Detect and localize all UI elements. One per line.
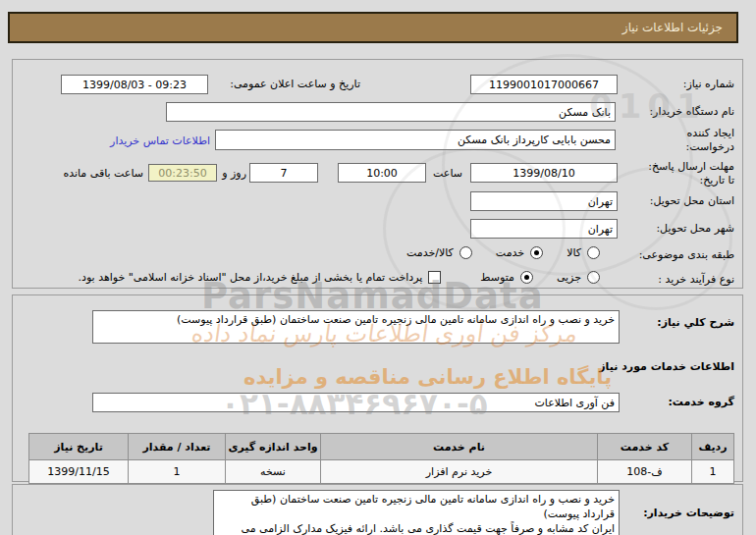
service-group-field[interactable]: فن آوری اطلاعات — [92, 393, 620, 412]
deadline-time-value: 10:00 — [366, 167, 398, 180]
cell-row-number: 1 — [692, 460, 734, 484]
deadline-label-line2: تا تاریخ: — [605, 174, 734, 187]
radio-goods-service-label: کالا/خدمت — [406, 246, 454, 259]
page-title: جزئیات اطلاعات نیاز — [622, 21, 723, 34]
creator-value: محسن بابایی کارپرداز بانک مسکن — [458, 134, 611, 146]
radio-goods-label: کالا — [567, 246, 581, 259]
cell-quantity: 1 — [129, 460, 226, 484]
cell-service-name: خرید نرم افزار — [321, 460, 598, 484]
countdown-value: 00:23:50 — [158, 167, 206, 180]
deadline-days-field[interactable]: 7 — [249, 163, 318, 183]
process-type-label: نوع فرآیند خرید : — [605, 273, 734, 287]
countdown-timer: 00:23:50 — [148, 164, 217, 182]
services-table-header-row: ردیف کد خدمت نام خدمت واحد اندازه گیری ت… — [29, 434, 734, 460]
cell-service-code: ف-108 — [598, 460, 692, 484]
announce-datetime-field[interactable]: 1399/08/03 - 09:23 — [61, 75, 208, 94]
services-panel: شرح کلي نیاز: خرید و نصب و راه اندازی سا… — [12, 294, 743, 482]
deadline-days-label: روز و — [222, 167, 246, 180]
creator-field[interactable]: محسن بابایی کارپرداز بانک مسکن — [215, 130, 616, 150]
col-service-code: کد خدمت — [598, 434, 692, 460]
need-info-panel: شماره نیاز: 1199001017000667 تاریخ و ساع… — [12, 59, 743, 289]
col-quantity: تعداد / مقدار — [129, 434, 226, 460]
remaining-hours-label: ساعت باقی مانده — [63, 167, 143, 180]
deadline-label: مهلت ارسال پاسخ: تا تاریخ: — [605, 160, 734, 188]
announce-datetime-value: 1399/08/03 - 09:23 — [82, 79, 187, 91]
radio-service[interactable] — [530, 246, 543, 259]
announce-datetime-label: تاریخ و ساعت اعلان عمومی: — [205, 78, 360, 91]
need-number-field[interactable]: 1199001017000667 — [470, 75, 618, 94]
province-field[interactable]: تهران — [470, 191, 618, 211]
creator-label: ایجاد کننده درخواست: — [605, 127, 734, 155]
radio-service-label: خدمت — [496, 246, 524, 259]
table-row[interactable]: 1 ف-108 خرید نرم افزار نسخه 1 1399/11/15 — [29, 460, 734, 484]
need-description-field[interactable]: خرید و نصب و راه اندازی سامانه تامین مال… — [92, 310, 620, 344]
process-type-options: جزیی متوسط پرداخت تمام یا بخشی از مبلغ خ… — [79, 271, 600, 284]
creator-label-line2: درخواست: — [605, 140, 734, 154]
cell-need-date: 1399/11/15 — [29, 460, 129, 484]
province-value: تهران — [588, 195, 613, 208]
buyer-notes-field[interactable]: خرید و نصب و راه اندازی سامانه تامین مال… — [213, 490, 620, 535]
radio-goods[interactable] — [587, 246, 600, 259]
buyer-notes-line1: خرید و نصب و راه اندازی سامانه تامین مال… — [218, 493, 615, 522]
need-description-label: شرح کلي نیاز: — [624, 316, 734, 330]
radio-partial-label: جزیی — [557, 271, 581, 284]
deadline-days-value: 7 — [281, 167, 288, 180]
title-bar: جزئیات اطلاعات نیاز — [8, 12, 738, 43]
classification-options: کالا خدمت کالا/خدمت — [406, 246, 600, 259]
treasury-checkbox[interactable] — [428, 271, 441, 284]
service-group-value: فن آوری اطلاعات — [534, 397, 615, 409]
deadline-hour-label: ساعت — [433, 167, 462, 180]
city-value: تهران — [588, 223, 613, 236]
need-details-page: جزئیات اطلاعات نیاز شماره نیاز: 11990010… — [0, 0, 756, 535]
buyer-notes-label: توضیحات خریدار: — [624, 507, 734, 520]
services-section-header: اطلاعات خدمات مورد نیاز — [499, 360, 734, 374]
radio-goods-service[interactable] — [459, 246, 472, 259]
col-need-date: تاریخ نیاز — [29, 434, 129, 460]
col-row-number: ردیف — [692, 434, 734, 460]
buyer-org-value: بانک مسکن — [559, 106, 611, 119]
buyer-notes-line2: ایران کد مشابه و صرفاً جهت قیمت گذاری می… — [218, 522, 615, 535]
deadline-date-field[interactable]: 1399/08/10 — [470, 163, 618, 183]
buyer-org-field[interactable]: بانک مسکن — [166, 102, 616, 122]
buyer-notes-panel: توضیحات خریدار: خرید و نصب و راه اندازی … — [12, 484, 743, 535]
service-group-label: گروه خدمت: — [624, 396, 734, 409]
classification-label: طبقه بندی موضوعی: — [605, 248, 734, 262]
col-unit: واحد اندازه گیری — [226, 434, 321, 460]
treasury-checkbox-label: پرداخت تمام یا بخشی از مبلغ خرید،از محل … — [79, 271, 423, 284]
city-field[interactable]: تهران — [470, 219, 618, 239]
col-service-name: نام خدمت — [321, 434, 598, 460]
deadline-time-field[interactable]: 10:00 — [338, 163, 426, 183]
deadline-label-line1: مهلت ارسال پاسخ: — [605, 160, 734, 174]
cell-unit: نسخه — [226, 460, 321, 484]
city-label: شهر محل تحویل: — [605, 222, 734, 236]
services-table: ردیف کد خدمت نام خدمت واحد اندازه گیری ت… — [28, 433, 734, 484]
buyer-org-label: نام دستگاه خریدار: — [605, 105, 734, 119]
radio-medium[interactable] — [520, 271, 533, 284]
deadline-date-value: 1399/08/10 — [513, 167, 574, 180]
radio-partial[interactable] — [587, 271, 600, 284]
creator-label-line1: ایجاد کننده — [605, 127, 734, 140]
province-label: استان محل تحویل: — [605, 194, 734, 208]
radio-medium-label: متوسط — [480, 271, 514, 284]
need-number-value: 1199001017000667 — [489, 79, 599, 91]
buyer-contact-link[interactable]: اطلاعات تماس خریدار — [110, 134, 210, 147]
need-description-value: خرید و نصب و راه اندازی سامانه تامین مال… — [177, 313, 615, 326]
need-number-label: شماره نیاز: — [605, 78, 734, 91]
